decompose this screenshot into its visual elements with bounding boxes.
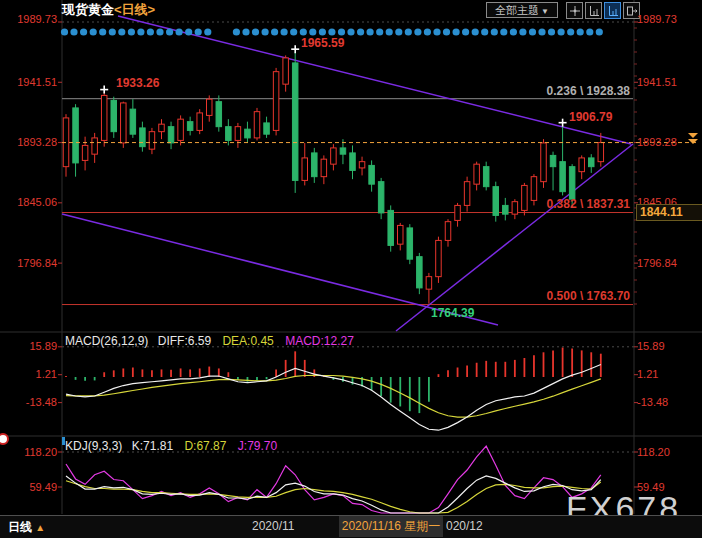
kdj-name: KDJ(9,3,3) [65, 439, 122, 453]
axis-label: 118.20 [637, 446, 670, 458]
axis-label: 1796.84 [0, 257, 57, 269]
axis-label: 118.20 [0, 446, 57, 458]
kdj-d-value: D:67.87 [184, 439, 226, 453]
kdj-j-value: J:79.70 [238, 439, 277, 453]
axis-label: 1893.28 [0, 136, 57, 148]
macd-name: MACD(26,12,9) [65, 334, 148, 348]
x-axis-scale-icon[interactable] [585, 2, 602, 19]
macd-header: MACD(26,12,9) DIFF:6.59 DEA:0.45 MACD:12… [65, 334, 354, 348]
axis-label: 15.89 [0, 340, 57, 352]
theme-dropdown[interactable]: 全部主题▼ [486, 2, 558, 18]
macd-dea-value: DEA:0.45 [222, 334, 273, 348]
trading-app-window: 现货黄金<日线> 全部主题▼ 1989.73 1941.51 1893.28 1… [0, 0, 702, 538]
fib-level-label: 0.500 \ 1763.70 [430, 289, 630, 303]
fib-level-label: 0.236 \ 1928.38 [430, 84, 630, 98]
chart-canvas[interactable] [0, 0, 702, 538]
peak-annotation: 1965.59 [301, 36, 344, 50]
axis-label: 59.49 [0, 481, 57, 493]
pan-icon[interactable] [566, 2, 583, 19]
axis-label: 1989.73 [0, 13, 57, 25]
peak-annotation: 1933.26 [116, 76, 159, 90]
cursor-price-box: 1844.11 [636, 204, 702, 221]
kdj-header: KDJ(9,3,3) K:71.81 D:67.87 J:79.70 [65, 439, 277, 453]
axis-label: -13.48 [0, 396, 57, 408]
axis-label: -13.48 [637, 396, 668, 408]
time-axis-tick: 2020/11 [252, 519, 295, 533]
low-annotation: 1764.39 [431, 306, 474, 320]
axis-label: 1941.51 [637, 76, 677, 88]
axis-label: 15.89 [637, 340, 665, 352]
symbol-name: 现货黄金 [62, 2, 114, 17]
chevron-down-icon: ▼ [541, 7, 549, 16]
macd-diff-value: DIFF:6.59 [158, 334, 211, 348]
theme-dropdown-label: 全部主题 [495, 4, 539, 16]
axis-label: 1796.84 [637, 257, 677, 269]
axis-label: 1.21 [0, 368, 57, 380]
axis-label: 1941.51 [0, 76, 57, 88]
peak-annotation: 1906.79 [569, 110, 612, 124]
scroll-to-last-icon[interactable] [688, 133, 698, 145]
axis-label: 1.21 [637, 368, 658, 380]
period-tag: <日线> [114, 2, 155, 17]
kdj-k-value: K:71.81 [132, 439, 173, 453]
axis-label: 1989.73 [637, 13, 677, 25]
triangle-up-icon: ▲ [35, 522, 45, 533]
fib-level-label: 0.382 \ 1837.31 [430, 197, 630, 211]
time-axis-tick: 020/12 [446, 519, 483, 533]
axis-label: 1845.06 [0, 196, 57, 208]
y-axis-scale-icon[interactable] [604, 2, 621, 19]
last-price-axis-label: 1893.28 [637, 136, 677, 148]
cursor-date-box: 2020/11/16 星期一 [339, 516, 443, 537]
macd-value: MACD:12.27 [285, 334, 354, 348]
period-selector[interactable]: 日线 ▲ [8, 519, 45, 536]
page-title: 现货黄金<日线> [62, 1, 155, 19]
